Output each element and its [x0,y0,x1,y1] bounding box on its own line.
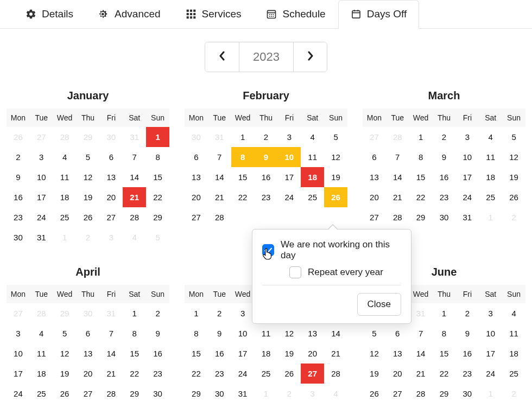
close-button[interactable]: Close [357,293,401,316]
tab-days-off[interactable]: Days Off [338,0,420,29]
calendar-day[interactable]: 8 [409,147,433,167]
calendar-day[interactable]: 11 [502,323,525,343]
calendar-day[interactable]: 8 [146,147,169,167]
calendar-day[interactable]: 31 [231,384,255,404]
calendar-day[interactable]: 17 [231,343,255,364]
calendar-day[interactable]: 1 [146,127,169,147]
calendar-day[interactable]: 20 [386,364,409,384]
calendar-day[interactable]: 20 [301,343,324,364]
calendar-day[interactable]: 28 [324,364,347,384]
calendar-day[interactable]: 15 [123,343,146,364]
calendar-day[interactable]: 26 [277,364,301,384]
calendar-day[interactable]: 25 [479,187,502,207]
calendar-day[interactable]: 24 [479,364,502,384]
calendar-day[interactable]: 4 [53,147,77,167]
calendar-day[interactable]: 21 [208,187,231,207]
calendar-day[interactable]: 19 [502,167,525,187]
calendar-day[interactable]: 6 [185,147,208,167]
calendar-day[interactable]: 15 [185,343,208,364]
calendar-day[interactable]: 24 [277,187,301,207]
calendar-day[interactable]: 29 [185,384,208,404]
calendar-day[interactable]: 18 [30,364,53,384]
calendar-day[interactable]: 27 [99,207,123,227]
tab-services[interactable]: Services [173,0,254,29]
calendar-day[interactable]: 3 [30,147,53,167]
calendar-day[interactable]: 9 [208,323,231,343]
calendar-day[interactable]: 12 [53,343,77,364]
calendar-day[interactable]: 15 [231,167,255,187]
calendar-day[interactable]: 16 [208,343,231,364]
calendar-day[interactable]: 10 [277,147,301,167]
calendar-day[interactable]: 2 [255,127,278,147]
calendar-day[interactable]: 14 [208,167,231,187]
calendar-day[interactable]: 28 [386,207,409,227]
calendar-day[interactable]: 16 [7,187,30,207]
calendar-day[interactable]: 15 [433,343,456,364]
calendar-day[interactable]: 5 [502,127,525,147]
calendar-day[interactable]: 10 [7,343,30,364]
calendar-day[interactable]: 25 [502,364,525,384]
calendar-day[interactable]: 9 [455,323,479,343]
calendar-day[interactable]: 5 [77,147,100,167]
calendar-day[interactable]: 1 [123,303,146,323]
calendar-day[interactable]: 3 [479,303,502,323]
repeat-year-checkbox[interactable] [289,266,301,278]
calendar-day[interactable]: 26 [53,384,77,404]
calendar-day[interactable]: 13 [185,167,208,187]
calendar-day[interactable]: 28 [208,207,231,227]
calendar-day[interactable]: 14 [123,167,146,187]
calendar-day[interactable]: 14 [99,343,123,364]
calendar-day[interactable]: 25 [301,187,324,207]
calendar-day[interactable]: 12 [324,147,347,167]
calendar-day[interactable]: 3 [277,127,301,147]
calendar-day[interactable]: 21 [324,343,347,364]
prev-year-button[interactable] [205,42,239,72]
calendar-day[interactable]: 26 [77,207,100,227]
calendar-day[interactable]: 13 [386,343,409,364]
calendar-day[interactable]: 28 [99,384,123,404]
calendar-day[interactable]: 24 [30,207,53,227]
calendar-day[interactable]: 20 [185,187,208,207]
calendar-day[interactable]: 10 [455,147,479,167]
calendar-day[interactable]: 22 [146,187,169,207]
calendar-day[interactable]: 23 [455,364,479,384]
calendar-day[interactable]: 20 [99,187,123,207]
calendar-day[interactable]: 4 [301,127,324,147]
calendar-day[interactable]: 2 [7,147,30,167]
calendar-day[interactable]: 3 [231,303,255,323]
calendar-day[interactable]: 1 [185,303,208,323]
calendar-day[interactable]: 5 [324,127,347,147]
calendar-day[interactable]: 22 [409,187,433,207]
calendar-day[interactable]: 25 [53,207,77,227]
calendar-day[interactable]: 6 [363,147,386,167]
calendar-day[interactable]: 18 [301,167,324,187]
calendar-day[interactable]: 16 [255,167,278,187]
calendar-day[interactable]: 14 [324,323,347,343]
calendar-day[interactable]: 4 [502,303,525,323]
calendar-day[interactable]: 11 [255,323,278,343]
calendar-day[interactable]: 1 [409,127,433,147]
calendar-day[interactable]: 25 [255,364,278,384]
calendar-day[interactable]: 10 [30,167,53,187]
calendar-day[interactable]: 17 [277,167,301,187]
calendar-day[interactable]: 30 [433,207,456,227]
calendar-day[interactable]: 18 [255,343,278,364]
calendar-day[interactable]: 17 [7,364,30,384]
calendar-day[interactable]: 20 [363,187,386,207]
calendar-day[interactable]: 11 [30,343,53,364]
calendar-day[interactable]: 27 [77,384,100,404]
calendar-day[interactable]: 7 [409,323,433,343]
calendar-day[interactable]: 16 [455,343,479,364]
calendar-day[interactable]: 17 [479,343,502,364]
calendar-day[interactable]: 1 [231,127,255,147]
calendar-day[interactable]: 8 [231,147,255,167]
calendar-day[interactable]: 21 [123,187,146,207]
calendar-day[interactable]: 23 [146,364,169,384]
calendar-day[interactable]: 2 [146,303,169,323]
calendar-day[interactable]: 6 [77,323,100,343]
calendar-day[interactable]: 2 [208,303,231,323]
calendar-day[interactable]: 2 [455,303,479,323]
calendar-day[interactable]: 17 [30,187,53,207]
calendar-day[interactable]: 18 [53,187,77,207]
calendar-day[interactable]: 27 [363,207,386,227]
